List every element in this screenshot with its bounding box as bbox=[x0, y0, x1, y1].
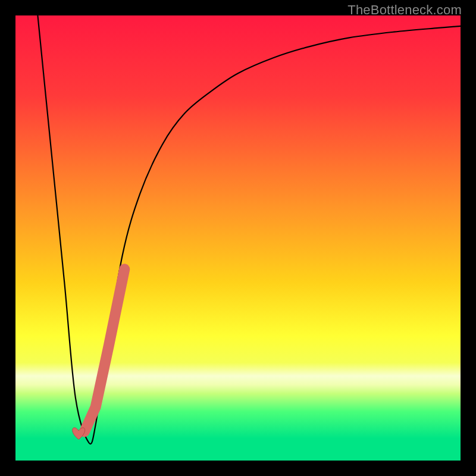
chart-svg bbox=[15, 15, 461, 461]
gradient-background bbox=[15, 15, 461, 461]
chart-frame: TheBottleneck.com bbox=[0, 0, 476, 476]
plot-area bbox=[15, 15, 461, 461]
